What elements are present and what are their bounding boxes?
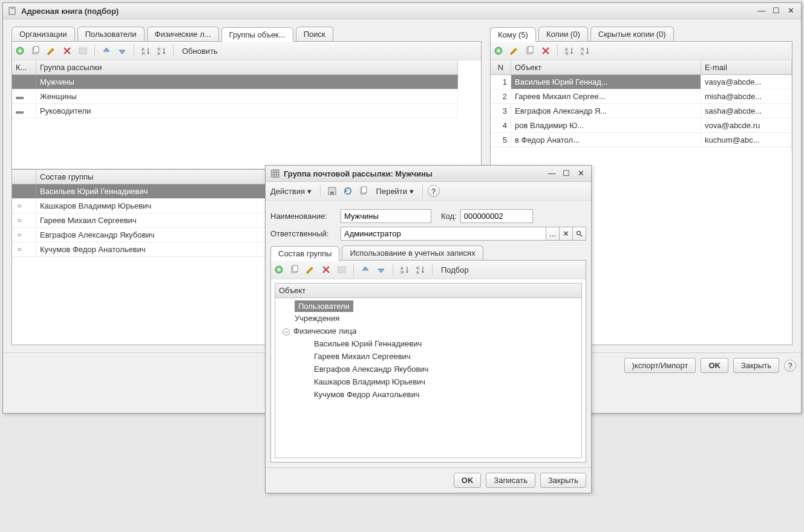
- tab-groups[interactable]: Группы объек...: [221, 27, 293, 42]
- svg-rect-23: [330, 192, 334, 194]
- dialog-ok-button[interactable]: OK: [454, 473, 482, 488]
- recip-obj: в Федор Анатол...: [511, 133, 701, 147]
- recip-n: 3: [491, 104, 511, 118]
- minimize-button[interactable]: —: [756, 6, 767, 16]
- svg-line-27: [580, 234, 582, 236]
- maximize-button[interactable]: ☐: [561, 169, 572, 178]
- tab-usage[interactable]: Использование в учетных записях: [342, 245, 483, 260]
- close-button[interactable]: ✕: [575, 169, 586, 178]
- code-input[interactable]: [460, 209, 533, 223]
- down-icon[interactable]: [116, 44, 129, 57]
- list-icon[interactable]: [76, 44, 90, 57]
- tab-cc[interactable]: Копии (0): [538, 27, 588, 41]
- tab-to[interactable]: Кому (5): [490, 27, 536, 42]
- actions-menu[interactable]: Действия ▾: [267, 186, 315, 197]
- recip-email: misha@abcde...: [701, 89, 792, 103]
- refresh-button[interactable]: Обновить: [178, 45, 221, 57]
- pick-button[interactable]: Подбор: [437, 264, 472, 276]
- collapse-icon[interactable]: –: [283, 328, 290, 336]
- minimize-button[interactable]: —: [546, 169, 557, 178]
- up-icon[interactable]: [359, 263, 372, 276]
- members-col-icon: [12, 170, 36, 184]
- groups-grid: К... Группа рассылки ▬ Мужчины: [12, 60, 458, 169]
- add-icon[interactable]: [272, 263, 286, 276]
- tab-persons[interactable]: Физические л...: [147, 27, 219, 41]
- edit-icon[interactable]: [304, 263, 317, 276]
- svg-rect-25: [362, 187, 367, 193]
- tree-node-label: Физические лица: [293, 326, 356, 336]
- copy-icon[interactable]: [523, 44, 537, 57]
- list-icon[interactable]: [335, 263, 348, 276]
- edit-icon[interactable]: [508, 44, 521, 57]
- group-row[interactable]: ▬ Мужчины: [12, 75, 458, 89]
- sort-za-icon[interactable]: ЯА: [578, 44, 592, 57]
- help-icon[interactable]: ?: [428, 185, 440, 197]
- svg-rect-17: [272, 170, 279, 177]
- groups-col-name[interactable]: Группа рассылки: [36, 60, 458, 74]
- choose-button[interactable]: ...: [546, 227, 560, 241]
- up-icon[interactable]: [100, 44, 113, 57]
- tab-organizations[interactable]: Организации: [11, 27, 75, 41]
- dialog-close-button[interactable]: Закрыть: [540, 473, 586, 488]
- groups-col-k[interactable]: К...: [12, 60, 36, 74]
- dialog-inner-toolbar: АЯ ЯА Подбор: [271, 261, 586, 279]
- close-button[interactable]: ✕: [785, 6, 796, 16]
- recip-col-n[interactable]: N: [491, 60, 511, 74]
- tab-users[interactable]: Пользователи: [77, 27, 145, 41]
- down-icon[interactable]: [374, 263, 388, 276]
- svg-rect-31: [338, 267, 345, 273]
- tree-leaf[interactable]: Кашкаров Владимир Юрьевич: [278, 375, 579, 388]
- export-import-button[interactable]: )кспорт/Импорт: [624, 358, 696, 373]
- dialog-save-button[interactable]: Записать: [486, 473, 535, 488]
- dialog-window-buttons: — ☐ ✕: [546, 169, 586, 178]
- ok-button[interactable]: OK: [701, 358, 728, 373]
- recipient-row[interactable]: 3 Евграфов Александр Я... sasha@abcde...: [491, 104, 792, 118]
- clear-button[interactable]: ✕: [560, 227, 573, 241]
- tree-header[interactable]: Объект: [275, 284, 581, 298]
- sort-za-icon[interactable]: ЯА: [155, 44, 168, 57]
- recipient-row[interactable]: 4 ров Владимир Ю... vova@abcde.ru: [491, 118, 792, 133]
- sort-az-icon[interactable]: АЯ: [563, 44, 576, 57]
- delete-icon[interactable]: [60, 44, 74, 57]
- tree-leaf[interactable]: Кучумов Федор Анатольевич: [278, 388, 579, 401]
- add-icon[interactable]: [13, 44, 27, 57]
- recipient-row[interactable]: 2 Гареев Михаил Сергее... misha@abcde...: [491, 89, 792, 104]
- goto-menu[interactable]: Перейти ▾: [373, 186, 417, 197]
- sort-az-icon[interactable]: АЯ: [139, 44, 152, 57]
- help-icon[interactable]: ?: [784, 360, 796, 372]
- recip-obj: Евграфов Александр Я...: [511, 104, 701, 118]
- recip-col-obj[interactable]: Объект: [511, 60, 701, 74]
- group-row[interactable]: ▬ Руководители: [12, 104, 458, 118]
- search-button[interactable]: [573, 227, 586, 241]
- tree-leaf[interactable]: Васильев Юрий Геннадиевич: [278, 337, 579, 350]
- sort-az-icon[interactable]: АЯ: [398, 263, 411, 276]
- tree-node-institutions[interactable]: Учреждения: [278, 312, 579, 325]
- refresh-icon[interactable]: [341, 184, 355, 198]
- tab-search[interactable]: Поиск: [296, 27, 333, 41]
- recip-n: 5: [491, 133, 511, 147]
- delete-icon[interactable]: [539, 44, 552, 57]
- copy-icon[interactable]: [29, 44, 42, 57]
- copy-icon[interactable]: [357, 184, 370, 198]
- edit-icon[interactable]: [45, 44, 58, 57]
- group-row[interactable]: ▬ Женщины: [12, 89, 458, 104]
- sort-za-icon[interactable]: ЯА: [414, 263, 427, 276]
- recip-obj: Гареев Михаил Сергее...: [511, 89, 701, 103]
- recipient-row[interactable]: 5 в Федор Анатол... kuchum@abc...: [491, 133, 792, 148]
- save-icon[interactable]: [325, 184, 339, 198]
- add-icon[interactable]: [492, 44, 505, 57]
- tab-bcc[interactable]: Скрытые копии (0): [590, 27, 674, 41]
- close-button[interactable]: Закрыть: [733, 358, 779, 373]
- name-input[interactable]: [341, 209, 431, 223]
- responsible-input[interactable]: [341, 227, 546, 241]
- tab-members[interactable]: Состав группы: [270, 246, 339, 261]
- tree-leaf[interactable]: Евграфов Александр Якубович: [278, 363, 579, 375]
- tree-row[interactable]: Пользователи: [278, 300, 579, 312]
- tree-leaf[interactable]: Гареев Михаил Сергеевич: [278, 350, 579, 363]
- delete-icon[interactable]: [319, 263, 333, 276]
- recip-col-email[interactable]: E-mail: [701, 60, 792, 74]
- copy-icon[interactable]: [288, 263, 301, 276]
- recipient-row[interactable]: 1 Васильев Юрий Геннад... vasya@abcde...: [491, 75, 792, 89]
- maximize-button[interactable]: ☐: [771, 6, 782, 16]
- tree-node-persons[interactable]: –Физические лица: [278, 325, 579, 337]
